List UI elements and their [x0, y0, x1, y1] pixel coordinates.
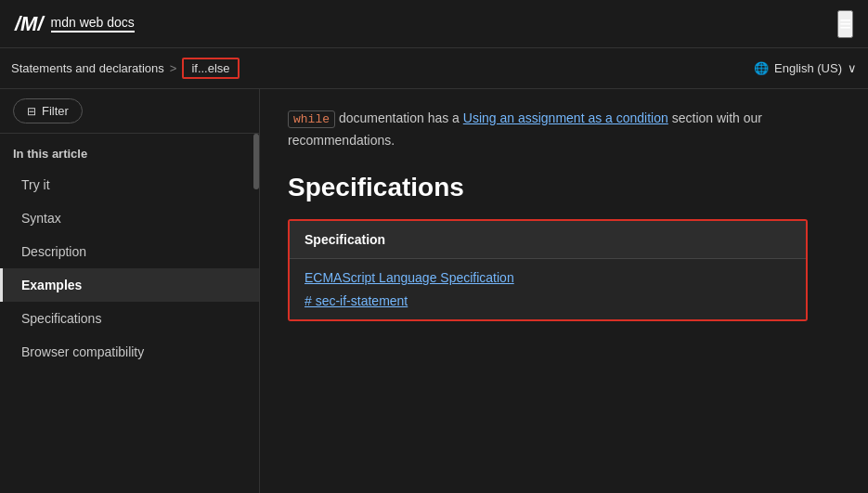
sec-if-statement-anchor[interactable]: # sec-if-statement	[304, 293, 408, 308]
nav-item-examples[interactable]: Examples	[0, 268, 259, 302]
globe-icon: 🌐	[754, 61, 769, 75]
nav-item-syntax[interactable]: Syntax	[0, 201, 259, 235]
sidebar-scroll: In this article Try it Syntax Descriptio…	[0, 134, 259, 493]
breadcrumb-separator: >	[170, 61, 177, 75]
nav-list: Try it Syntax Description Examples Speci…	[0, 168, 259, 369]
language-label: English (US)	[774, 61, 842, 75]
language-selector[interactable]: 🌐 English (US) ∨	[754, 61, 857, 75]
ecmascript-spec-link[interactable]: ECMAScript Language Specification	[304, 270, 791, 285]
scroll-indicator	[253, 134, 259, 189]
nav-item-try-it[interactable]: Try it	[0, 168, 259, 201]
site-header: /M/ mdn web docs ≡	[0, 0, 868, 48]
specifications-table: Specification ECMAScript Language Specif…	[288, 219, 808, 321]
filter-button[interactable]: ⊟ Filter	[13, 98, 83, 123]
nav-item-specifications[interactable]: Specifications	[0, 302, 259, 335]
filter-icon: ⊟	[27, 105, 36, 118]
sidebar: ⊟ Filter In this article Try it Syntax D…	[0, 89, 260, 493]
nav-item-browser-compat[interactable]: Browser compatibility	[0, 335, 259, 369]
nav-item-description[interactable]: Description	[0, 235, 259, 268]
hamburger-button[interactable]: ≡	[837, 10, 853, 38]
breadcrumb-parent[interactable]: Statements and declarations	[11, 61, 164, 75]
main-content: while documentation has a Using an assig…	[260, 89, 868, 493]
spec-link-row: ECMAScript Language Specification	[304, 270, 791, 285]
filter-label: Filter	[42, 104, 69, 118]
mdn-logo: /M/ mdn web docs	[15, 12, 135, 36]
filter-bar: ⊟ Filter	[0, 89, 259, 134]
assignment-link[interactable]: Using an assignment as a condition	[463, 110, 668, 125]
breadcrumb: Statements and declarations > if...else …	[0, 48, 868, 89]
intro-middle: documentation has a	[339, 110, 463, 125]
spec-table-header: Specification	[290, 221, 806, 259]
main-layout: ⊟ Filter In this article Try it Syntax D…	[0, 89, 868, 493]
sidebar-section-title: In this article	[0, 134, 259, 168]
spec-anchor-row: # sec-if-statement	[304, 292, 791, 308]
mdn-logo-mark: /M/	[15, 12, 44, 36]
mdn-logo-text: mdn web docs	[51, 15, 135, 32]
spec-table-body: ECMAScript Language Specification # sec-…	[290, 259, 806, 319]
chevron-down-icon: ∨	[848, 61, 857, 75]
while-code: while	[288, 110, 335, 128]
breadcrumb-left: Statements and declarations > if...else	[11, 58, 240, 79]
specifications-heading: Specifications	[288, 173, 840, 202]
breadcrumb-current[interactable]: if...else	[182, 58, 239, 79]
intro-paragraph: while documentation has a Using an assig…	[288, 108, 840, 150]
